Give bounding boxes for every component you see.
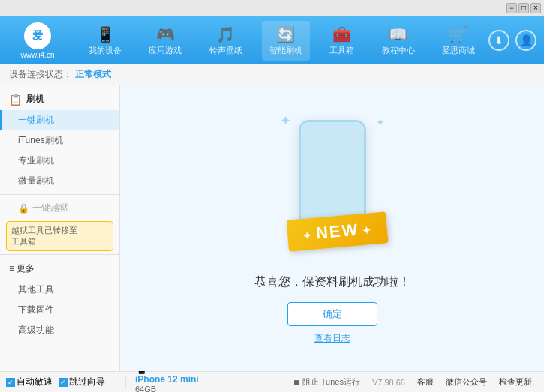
wechat-link[interactable]: 微信公众号: [446, 376, 487, 388]
download-button[interactable]: ⬇: [488, 30, 509, 51]
nav-smart-flash[interactable]: 🔄 智能刷机: [262, 21, 310, 61]
sidebar-jailbreak-note: 越狱工具已转移至工具箱: [6, 221, 113, 251]
sidebar-item-one-click-flash[interactable]: 一键刷机: [0, 110, 119, 130]
stop-itunes-button[interactable]: ⏹ 阻止iTunes运行: [293, 376, 360, 388]
new-star-left-icon: ✦: [302, 229, 313, 241]
minimize-button[interactable]: －: [506, 3, 517, 13]
main-area: 📋 刷机 一键刷机 iTunes刷机 专业刷机 微量刷机 🔒 一键越狱 越狱工具…: [0, 85, 544, 371]
device-name: iPhone 12 mini: [135, 374, 284, 385]
content-area: ✦ ✦ ✦NEW✦ 恭喜您，保资料刷机成功啦！ 确定 查看日志: [120, 85, 544, 371]
store-icon: 🛒: [449, 25, 467, 43]
version-text: V7.98.66: [372, 378, 405, 387]
nav-store[interactable]: 🛒 爱思商城: [434, 21, 482, 61]
sidebar: 📋 刷机 一键刷机 iTunes刷机 专业刷机 微量刷机 🔒 一键越狱 越狱工具…: [0, 85, 120, 371]
visit-log-link[interactable]: 查看日志: [314, 332, 350, 345]
skip-wizard-check-icon: ✓: [59, 378, 68, 387]
sidebar-item-save-data-flash[interactable]: 微量刷机: [0, 171, 119, 191]
more-section-label: ≡ 更多: [9, 262, 35, 275]
nav-ringtones-label: 铃声壁纸: [209, 45, 242, 56]
sidebar-item-download-firmware[interactable]: 下载固件: [0, 300, 119, 320]
sidebar-flash-header: 📋 刷机: [0, 88, 119, 110]
nav-toolbox-label: 工具箱: [329, 45, 354, 56]
bottom-left: ✓ 自动敏速 ✓ 跳过向导: [6, 376, 126, 388]
sidebar-item-pro-flash[interactable]: 专业刷机: [0, 151, 119, 171]
flash-section-label: 刷机: [26, 93, 44, 106]
toolbox-icon: 🧰: [332, 25, 351, 43]
confirm-button[interactable]: 确定: [287, 302, 377, 326]
nav-my-device-label: 我的设备: [89, 45, 122, 56]
nav-tutorial-label: 教程中心: [382, 45, 415, 56]
nav-ringtones[interactable]: 🎵 铃声壁纸: [202, 21, 250, 61]
sidebar-item-itunes-flash[interactable]: iTunes刷机: [0, 130, 119, 151]
nav-toolbox[interactable]: 🧰 工具箱: [322, 21, 362, 61]
new-star-right-icon: ✦: [361, 223, 372, 236]
customer-service-link[interactable]: 客服: [417, 376, 434, 388]
ringtones-icon: 🎵: [216, 25, 235, 43]
success-text: 恭喜您，保资料刷机成功啦！: [254, 274, 410, 290]
auto-send-check-icon: ✓: [6, 378, 15, 387]
sidebar-divider-2: [0, 254, 119, 255]
sidebar-item-other-tools[interactable]: 其他工具: [0, 280, 119, 300]
sidebar-jailbreak-header: 🔒 一键越狱: [0, 198, 119, 218]
lock-icon: 🔒: [18, 203, 29, 214]
sidebar-divider-1: [0, 194, 119, 195]
phone-illustration: ✦ ✦ ✦NEW✦: [265, 112, 400, 262]
skip-wizard-checkbox[interactable]: ✓ 跳过向导: [59, 376, 105, 388]
check-update-link[interactable]: 检查更新: [499, 376, 532, 388]
maximize-button[interactable]: □: [518, 3, 529, 13]
status-label: 设备连接状态：: [9, 68, 72, 81]
smart-flash-icon: 🔄: [276, 25, 295, 43]
device-storage: 64GB: [135, 385, 284, 393]
bottom-bar: ✓ 自动敏速 ✓ 跳过向导 📱 iPhone 12 mini 64GB Down…: [0, 371, 544, 392]
stop-icon: ⏹: [293, 378, 301, 387]
sidebar-item-advanced[interactable]: 高级功能: [0, 320, 119, 340]
nav-apps-games-label: 应用游戏: [149, 45, 182, 56]
close-button[interactable]: ×: [530, 3, 541, 13]
logo-url: www.i4.cn: [20, 51, 54, 59]
nav-actions: ⬇ 👤: [488, 30, 544, 51]
logo-area: 爱 www.i4.cn: [0, 16, 75, 65]
bottom-right: ⏹ 阻止iTunes运行 V7.98.66 客服 微信公众号 检查更新: [293, 376, 538, 388]
sparkle-tr-icon: ✦: [376, 116, 385, 128]
nav-items: 📱 我的设备 🎮 应用游戏 🎵 铃声壁纸 🔄 智能刷机 🧰 工具箱 📖 教程中心…: [75, 21, 488, 61]
logo-icon: 爱: [24, 22, 51, 49]
nav-tutorial[interactable]: 📖 教程中心: [374, 21, 422, 61]
status-value: 正常模式: [75, 68, 111, 81]
tutorial-icon: 📖: [389, 25, 407, 43]
sparkle-tl-icon: ✦: [280, 112, 291, 129]
flash-section-icon: 📋: [9, 94, 22, 106]
nav-apps-games[interactable]: 🎮 应用游戏: [141, 21, 189, 61]
sidebar-more-header: ≡ 更多: [0, 258, 119, 280]
bottom-device-info: 📱 iPhone 12 mini 64GB Down-12mini-13,1: [126, 372, 293, 392]
auto-send-label: 自动敏速: [17, 376, 53, 388]
apps-games-icon: 🎮: [156, 25, 175, 43]
nav-smart-flash-label: 智能刷机: [269, 45, 302, 56]
header: 爱 www.i4.cn 📱 我的设备 🎮 应用游戏 🎵 铃声壁纸 🔄 智能刷机 …: [0, 16, 544, 64]
my-device-icon: 📱: [96, 25, 115, 43]
nav-store-label: 爱思商城: [442, 45, 475, 56]
nav-my-device[interactable]: 📱 我的设备: [81, 21, 129, 61]
user-button[interactable]: 👤: [515, 30, 536, 51]
status-bar: 设备连接状态： 正常模式: [0, 64, 544, 85]
title-bar: － □ ×: [0, 0, 544, 16]
auto-send-checkbox[interactable]: ✓ 自动敏速: [6, 376, 53, 388]
skip-wizard-label: 跳过向导: [69, 376, 105, 388]
